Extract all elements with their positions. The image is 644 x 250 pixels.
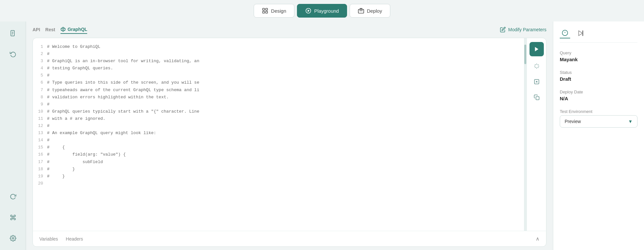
- modify-params-button[interactable]: Modify Parameters: [500, 27, 546, 33]
- deploy-date-value: N/A: [560, 96, 637, 101]
- magic-wand-button[interactable]: [531, 60, 543, 72]
- close-button[interactable]: [531, 76, 543, 88]
- line-number: 15: [38, 144, 43, 151]
- line-numbers: 1234567891011121314151617181920: [33, 38, 47, 231]
- svg-rect-6: [358, 9, 364, 13]
- svg-line-20: [535, 64, 535, 65]
- line-number: 16: [38, 151, 43, 158]
- line-number: 2: [38, 50, 43, 58]
- history-icon: [10, 51, 16, 57]
- svg-rect-1: [266, 8, 268, 10]
- code-line: #: [47, 122, 524, 130]
- code-line: # GraphQL queries typically start with a…: [47, 108, 524, 115]
- svg-marker-33: [579, 31, 583, 36]
- refresh-icon: [10, 193, 16, 200]
- playground-button[interactable]: Playground: [297, 4, 347, 18]
- test-environment-dropdown[interactable]: Preview ▼: [560, 115, 637, 128]
- sidebar-icon-settings[interactable]: [7, 232, 20, 245]
- code-line: #: [47, 137, 524, 144]
- code-editor[interactable]: 1234567891011121314151617181920 # Welcom…: [33, 38, 524, 231]
- code-line: # GraphiQL is an in-browser tool for wri…: [47, 58, 524, 65]
- code-line: # field(arg: "value") {: [47, 151, 524, 158]
- run-button[interactable]: [530, 42, 544, 56]
- run-play-icon: [534, 46, 540, 52]
- editor-actions: [527, 38, 546, 231]
- close-icon: [534, 79, 540, 85]
- code-line: # An example GraphQL query might look li…: [47, 130, 524, 137]
- right-panel-header: [560, 28, 637, 43]
- svg-rect-3: [266, 11, 268, 13]
- sidebar-icon-refresh[interactable]: [7, 190, 20, 203]
- code-line: #: [47, 72, 524, 79]
- copy-icon: [534, 94, 540, 100]
- editor-scrollbar[interactable]: [524, 38, 527, 231]
- line-number: 1: [38, 43, 43, 50]
- design-button[interactable]: Design: [254, 4, 294, 18]
- tab-rest[interactable]: Rest: [45, 26, 55, 34]
- deploy-button[interactable]: Deploy: [350, 4, 390, 18]
- command-icon: [10, 214, 16, 221]
- line-number: 19: [38, 173, 43, 180]
- line-number: 12: [38, 122, 43, 130]
- sidebar-icon-command[interactable]: [7, 211, 20, 224]
- main-layout: API Rest GraphQL Modify Parameters: [0, 21, 644, 250]
- tab-api[interactable]: API: [33, 26, 40, 34]
- line-number: 10: [38, 108, 43, 115]
- line-number: 9: [38, 101, 43, 108]
- line-number: 7: [38, 87, 43, 94]
- collapse-chevron[interactable]: ∧: [536, 236, 540, 242]
- right-panel: Query Mayank Status Draft Deploy Date N/…: [553, 21, 644, 250]
- tab-graphql[interactable]: GraphQL: [60, 25, 87, 34]
- line-number: 18: [38, 166, 43, 173]
- deploy-date-field: Deploy Date N/A: [560, 90, 637, 101]
- svg-rect-34: [583, 31, 583, 36]
- editor-main: 1234567891011121314151617181920 # Welcom…: [33, 38, 546, 231]
- line-number: 20: [38, 180, 43, 187]
- content-area: API Rest GraphQL Modify Parameters: [26, 21, 553, 250]
- code-line: # typeaheads aware of the current GraphQ…: [47, 87, 524, 94]
- code-line: # }: [47, 173, 524, 180]
- code-content[interactable]: # Welcome to GraphiQL## GraphiQL is an i…: [47, 38, 524, 231]
- status-label: Status: [560, 70, 637, 75]
- code-line: #: [47, 101, 524, 108]
- svg-line-21: [538, 67, 538, 68]
- document-icon: [10, 30, 16, 36]
- tab-headers[interactable]: Headers: [66, 236, 83, 242]
- line-number: 6: [38, 79, 43, 86]
- code-line: # validation errors highlighted within t…: [47, 94, 524, 101]
- editor-bottom: Variables Headers ∧: [33, 231, 546, 246]
- modify-params-icon: [500, 27, 506, 33]
- line-number: 17: [38, 159, 43, 166]
- tab-variables[interactable]: Variables: [39, 236, 58, 242]
- sidebar-icon-document[interactable]: [7, 27, 20, 40]
- line-number: 3: [38, 58, 43, 65]
- left-sidebar: [0, 21, 26, 250]
- code-line: #: [47, 50, 524, 58]
- sidebar-icon-history[interactable]: [7, 48, 20, 61]
- panel-output-button[interactable]: [575, 28, 586, 38]
- deploy-date-label: Deploy Date: [560, 90, 637, 94]
- code-line: # Welcome to GraphiQL: [47, 43, 524, 50]
- panel-info-button[interactable]: [560, 28, 570, 38]
- grid-icon: [262, 7, 268, 14]
- svg-rect-29: [536, 97, 539, 100]
- graphql-icon: [60, 27, 66, 32]
- code-line: # Type queries into this side of the scr…: [47, 79, 524, 86]
- status-value: Draft: [560, 76, 637, 82]
- code-line: # {: [47, 144, 524, 151]
- line-number: 8: [38, 94, 43, 101]
- output-icon: [577, 30, 584, 36]
- line-number: 11: [38, 115, 43, 122]
- play-circle-icon: [305, 7, 312, 14]
- code-line: # with a # are ignored.: [47, 115, 524, 122]
- settings-icon: [10, 235, 16, 242]
- line-number: 5: [38, 72, 43, 79]
- test-environment-value: Preview: [565, 119, 581, 124]
- deploy-icon: [358, 7, 364, 14]
- copy-button[interactable]: [531, 91, 543, 103]
- magic-wand-icon: [534, 63, 540, 69]
- scrollbar-thumb[interactable]: [524, 45, 526, 64]
- svg-line-24: [535, 67, 535, 68]
- api-tabs-bar: API Rest GraphQL Modify Parameters: [26, 21, 553, 38]
- svg-marker-17: [535, 47, 538, 51]
